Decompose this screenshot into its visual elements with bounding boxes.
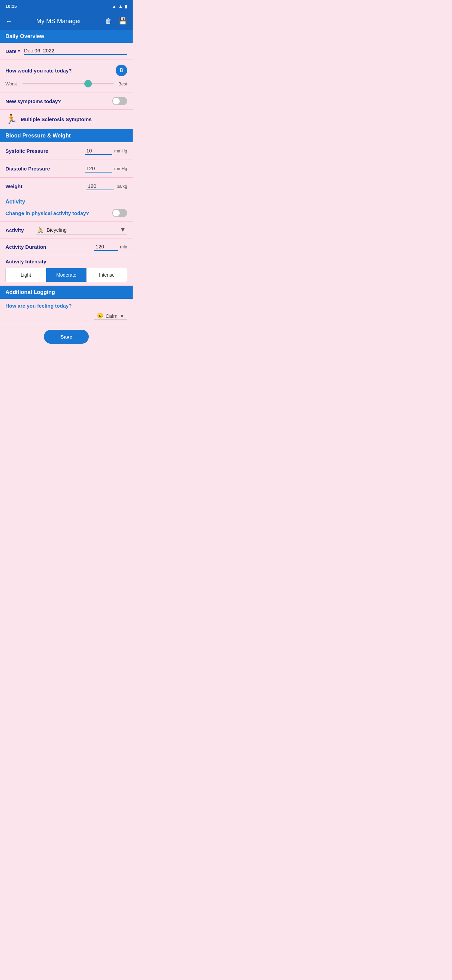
activity-section-title: Activity — [5, 199, 25, 205]
activity-dropdown[interactable]: 🚴 Bicycling ▼ — [36, 226, 127, 234]
duration-label: Activity Duration — [5, 244, 94, 250]
symptoms-row[interactable]: 🏃 Multiple Sclerosis Symptoms — [0, 110, 133, 129]
diastolic-row: Diastolic Pressure mmHg — [0, 160, 133, 178]
activity-icon: 🚴 — [37, 227, 44, 233]
systolic-label: Systolic Pressure — [5, 148, 85, 154]
weight-label: Weight — [5, 183, 86, 189]
intensity-title: Activity Intensity — [5, 259, 127, 264]
duration-row: Activity Duration min — [0, 239, 133, 255]
date-row: Date * Dec 06, 2022 — [0, 43, 133, 60]
status-bar: 10:15 ▲ ▲ ▮ — [0, 0, 133, 12]
feeling-icon: 😐 — [97, 313, 103, 319]
systolic-input[interactable] — [85, 147, 112, 155]
new-symptoms-row: New symptoms today? — [0, 93, 133, 110]
blood-pressure-section-header: Blood Pressure & Weight — [0, 129, 133, 142]
feeling-text: Calm — [105, 313, 117, 319]
app-bar: ← My MS Manager 🗑 💾 — [0, 12, 133, 30]
intensity-buttons: Light Moderate Intense — [5, 268, 127, 282]
wifi-icon: ▲ — [118, 4, 123, 9]
symptoms-icon: 🏃 — [5, 114, 17, 125]
intensity-light-button[interactable]: Light — [6, 268, 46, 282]
activity-change-toggle[interactable] — [112, 209, 127, 217]
feeling-title: How are you feeling today? — [5, 303, 127, 309]
daily-overview-section-header: Daily Overview — [0, 30, 133, 43]
weight-row: Weight lbs/kg — [0, 178, 133, 195]
rating-title: How would you rate today? — [5, 68, 72, 73]
feeling-arrow-icon: ▼ — [119, 313, 124, 319]
rating-worst-label: Worst — [5, 81, 19, 86]
bottom-area: Save — [0, 324, 133, 349]
app-title: My MS Manager — [14, 18, 104, 25]
signal-icon: ▲ — [112, 4, 116, 9]
systolic-unit: mmHg — [114, 148, 127, 153]
save-button[interactable]: 💾 — [117, 16, 128, 27]
symptoms-text: Multiple Sclerosis Symptoms — [21, 116, 92, 122]
activity-value: Bicycling — [47, 227, 67, 233]
feeling-dropdown[interactable]: 😐 Calm ▼ — [5, 312, 127, 320]
diastolic-unit: mmHg — [114, 166, 127, 171]
app-bar-actions: 🗑 💾 — [104, 16, 128, 27]
diastolic-input[interactable] — [85, 165, 112, 172]
rating-badge: 8 — [116, 65, 127, 76]
rating-best-label: Best — [117, 81, 127, 86]
diastolic-label: Diastolic Pressure — [5, 166, 85, 172]
intensity-intense-button[interactable]: Intense — [87, 268, 127, 282]
new-symptoms-toggle[interactable] — [112, 97, 127, 105]
new-symptoms-label: New symptoms today? — [5, 98, 112, 104]
additional-logging-section-header: Additional Logging — [0, 286, 133, 299]
weight-unit: lbs/kg — [116, 184, 127, 189]
systolic-row: Systolic Pressure mmHg — [0, 142, 133, 160]
delete-button[interactable]: 🗑 — [104, 16, 113, 27]
intensity-section: Activity Intensity Light Moderate Intens… — [0, 255, 133, 286]
activity-dropdown-row: Activity 🚴 Bicycling ▼ — [0, 221, 133, 239]
activity-dropdown-label: Activity — [5, 227, 36, 233]
rating-slider[interactable] — [22, 80, 114, 88]
activity-change-label: Change in physical activity today? — [5, 210, 112, 216]
rating-section: How would you rate today? 8 Worst Best — [0, 60, 133, 93]
main-save-button[interactable]: Save — [44, 330, 89, 344]
battery-icon: ▮ — [125, 4, 127, 9]
status-icons: ▲ ▲ ▮ — [112, 4, 127, 9]
status-time: 10:15 — [5, 4, 17, 9]
intensity-moderate-button[interactable]: Moderate — [46, 268, 87, 282]
duration-input[interactable] — [94, 243, 118, 251]
feeling-section: How are you feeling today? 😐 Calm ▼ — [0, 299, 133, 324]
activity-change-row: Change in physical activity today? — [0, 205, 133, 221]
dropdown-arrow-icon: ▼ — [120, 226, 126, 234]
weight-input[interactable] — [86, 182, 114, 190]
date-value[interactable]: Dec 06, 2022 — [24, 48, 127, 55]
duration-unit: min — [120, 244, 127, 250]
feeling-value[interactable]: 😐 Calm ▼ — [94, 312, 127, 320]
back-button[interactable]: ← — [4, 16, 14, 27]
date-label: Date * — [5, 48, 20, 54]
